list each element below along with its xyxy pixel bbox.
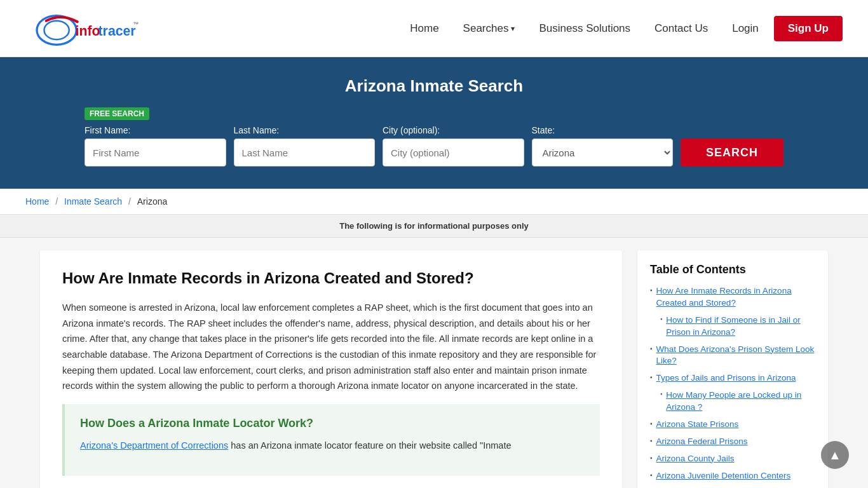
toc-bullet-5: ▪ [660, 391, 662, 397]
dept-corrections-link[interactable]: Arizona's Department of Corrections [80, 440, 228, 451]
main-content: How Are Inmate Records in Arizona Create… [27, 250, 841, 488]
breadcrumb-current: Arizona [137, 196, 167, 207]
svg-text:info: info [76, 23, 100, 38]
last-name-input[interactable] [234, 139, 376, 166]
article-heading: How Are Inmate Records in Arizona Create… [62, 269, 600, 287]
last-name-group: Last Name: [234, 125, 376, 166]
toc-item-4: ▪ Types of Jails and Prisons in Arizona [650, 372, 815, 384]
disclaimer-text: The following is for informational purpo… [339, 221, 529, 231]
nav-contact[interactable]: Contact Us [646, 17, 717, 40]
highlight-heading: How Does a Arizona Inmate Locator Work? [80, 417, 585, 430]
toc-item-5: ▪ How Many People are Locked up in Arizo… [660, 390, 815, 414]
toc-link-8[interactable]: Arizona County Jails [656, 453, 735, 465]
sidebar: Table of Contents ▪ How Are Inmate Recor… [637, 250, 828, 488]
free-badge: FREE SEARCH [85, 107, 149, 120]
nav-home[interactable]: Home [401, 17, 447, 40]
toc-item-8: ▪ Arizona County Jails [650, 453, 815, 465]
city-group: City (optional): [383, 125, 524, 166]
toc-link-7[interactable]: Arizona Federal Prisons [656, 436, 748, 448]
last-name-label: Last Name: [234, 125, 376, 135]
toc-item-2: ▪ How to Find if Someone is in Jail or P… [660, 315, 815, 339]
breadcrumb: Home / Inmate Search / Arizona [0, 189, 868, 215]
toc-box: Table of Contents ▪ How Are Inmate Recor… [637, 250, 828, 488]
nav-business[interactable]: Business Solutions [530, 17, 639, 40]
breadcrumb-inmate-search[interactable]: Inmate Search [64, 196, 122, 207]
state-label: State: [532, 125, 674, 135]
toc-link-1[interactable]: How Are Inmate Records in Arizona Create… [656, 285, 815, 309]
signup-button[interactable]: Sign Up [774, 16, 843, 41]
state-select[interactable]: Arizona Alabama Alaska California Colora… [532, 139, 674, 166]
toc-bullet-3: ▪ [650, 345, 653, 352]
highlight-box: How Does a Arizona Inmate Locator Work? … [62, 404, 600, 477]
toc-title: Table of Contents [650, 263, 815, 276]
toc-link-5[interactable]: How Many People are Locked up in Arizona… [666, 390, 815, 414]
city-label: City (optional): [383, 125, 524, 135]
toc-link-3[interactable]: What Does Arizona's Prison System Look L… [656, 344, 815, 368]
chevron-down-icon: ▾ [511, 24, 515, 33]
search-form: First Name: Last Name: City (optional): … [85, 125, 783, 166]
toc-bullet-2: ▪ [660, 316, 662, 322]
svg-text:tracer: tracer [98, 23, 136, 38]
highlight-body: Arizona's Department of Corrections has … [80, 438, 585, 454]
search-button[interactable]: SEARCH [681, 139, 783, 166]
article: How Are Inmate Records in Arizona Create… [40, 250, 622, 488]
svg-point-1 [44, 20, 69, 39]
nav-searches[interactable]: Searches ▾ [454, 17, 524, 40]
state-group: State: Arizona Alabama Alaska California… [532, 125, 674, 166]
toc-item-1: ▪ How Are Inmate Records in Arizona Crea… [650, 285, 815, 309]
first-name-label: First Name: [85, 125, 226, 135]
toc-list: ▪ How Are Inmate Records in Arizona Crea… [650, 285, 815, 482]
breadcrumb-sep-1: / [55, 196, 60, 207]
toc-bullet-9: ▪ [650, 471, 653, 478]
city-input[interactable] [383, 139, 524, 166]
toc-link-2[interactable]: How to Find if Someone is in Jail or Pri… [666, 315, 815, 339]
toc-bullet-1: ▪ [650, 287, 653, 294]
main-nav: Home Searches ▾ Business Solutions Conta… [401, 16, 843, 41]
toc-link-4[interactable]: Types of Jails and Prisons in Arizona [656, 372, 796, 384]
login-button[interactable]: Login [723, 17, 768, 40]
searches-label: Searches [463, 22, 509, 35]
page-title: Arizona Inmate Search [25, 76, 843, 96]
svg-text:™: ™ [133, 20, 139, 27]
toc-bullet-6: ▪ [650, 420, 653, 427]
toc-item-6: ▪ Arizona State Prisons [650, 419, 815, 431]
article-body: When someone is arrested in Arizona, loc… [62, 300, 600, 394]
highlight-body-text: has an Arizona inmate locator feature on… [231, 440, 511, 451]
scroll-top-button[interactable]: ▲ [821, 441, 849, 469]
toc-link-9[interactable]: Arizona Juvenile Detention Centers [656, 470, 791, 482]
toc-item-9: ▪ Arizona Juvenile Detention Centers [650, 470, 815, 482]
search-band: Arizona Inmate Search FREE SEARCH First … [0, 57, 868, 189]
toc-item-3: ▪ What Does Arizona's Prison System Look… [650, 344, 815, 368]
first-name-input[interactable] [85, 139, 226, 166]
toc-bullet-7: ▪ [650, 437, 653, 444]
breadcrumb-sep-2: / [128, 196, 133, 207]
header: info tracer ™ Home Searches ▾ Business S… [0, 0, 868, 57]
toc-item-7: ▪ Arizona Federal Prisons [650, 436, 815, 448]
disclaimer-bar: The following is for informational purpo… [0, 215, 868, 238]
toc-link-6[interactable]: Arizona State Prisons [656, 419, 739, 431]
toc-bullet-8: ▪ [650, 454, 653, 461]
toc-bullet-4: ▪ [650, 374, 653, 381]
first-name-group: First Name: [85, 125, 226, 166]
logo[interactable]: info tracer ™ [25, 10, 140, 48]
breadcrumb-home[interactable]: Home [25, 196, 49, 207]
